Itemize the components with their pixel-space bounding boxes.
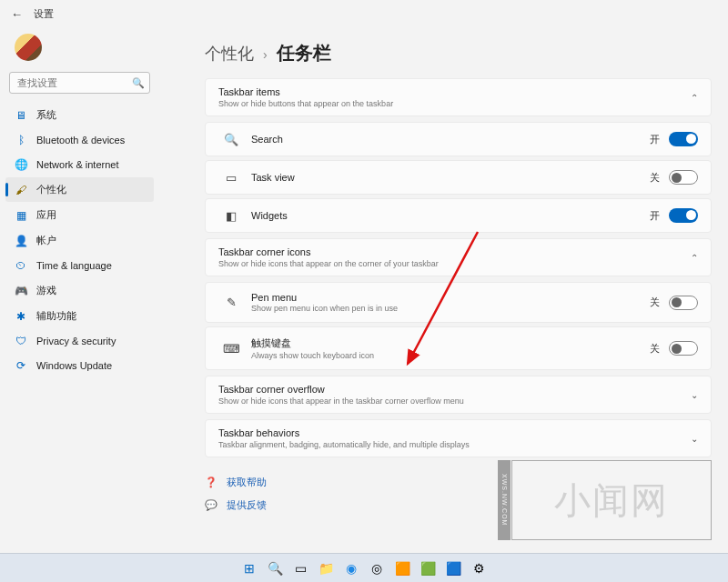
nav-label: 系统 (36, 108, 56, 122)
row-icon: 🔍 (218, 133, 244, 146)
toggle-state-label: 关 (647, 342, 660, 356)
section-taskbar-items-header[interactable]: Taskbar items Show or hide buttons that … (205, 78, 712, 116)
sidebar-item-6[interactable]: ⏲Time & language (5, 254, 154, 277)
section-subtitle: Show or hide icons that appear in the ta… (218, 396, 464, 406)
setting-row: ▭ Task view 关 (205, 160, 712, 195)
nav-icon: ✱ (15, 310, 27, 323)
breadcrumb-parent[interactable]: 个性化 (205, 43, 254, 65)
toggle-switch[interactable] (669, 208, 698, 223)
row-icon: ✎ (218, 296, 244, 309)
row-label: 触摸键盘 (251, 336, 647, 350)
nav-label: 帐户 (36, 234, 56, 247)
toggle-switch[interactable] (669, 132, 698, 146)
nav-label: 个性化 (36, 183, 66, 196)
start-button[interactable]: ⊞ (239, 558, 259, 578)
sidebar: 🔍 🖥系统ᛒBluetooth & devices🌐Network & inte… (0, 28, 159, 553)
sidebar-item-8[interactable]: ✱辅助功能 (5, 304, 154, 328)
setting-row: ◧ Widgets 开 (205, 198, 712, 233)
explorer-icon[interactable]: 📁 (316, 558, 336, 578)
nav-label: 辅助功能 (36, 309, 76, 323)
sidebar-item-2[interactable]: 🌐Network & internet (5, 153, 154, 176)
section-subtitle: Show or hide icons that appear on the co… (218, 259, 439, 268)
section-corner-icons-header[interactable]: Taskbar corner icons Show or hide icons … (205, 238, 712, 276)
nav-icon: 🖌 (15, 184, 27, 196)
row-label: Search (251, 134, 647, 145)
sidebar-item-4[interactable]: ▦应用 (5, 203, 154, 227)
watermark: 小闻网 (511, 460, 712, 540)
watermark-side: XWS.NW.COM (498, 460, 511, 540)
section-overflow-header[interactable]: Taskbar corner overflow Show or hide ico… (205, 376, 712, 414)
row-sublabel: Show pen menu icon when pen is in use (251, 304, 647, 313)
nav-icon: 👤 (15, 235, 27, 247)
page-title: 任务栏 (277, 41, 331, 65)
section-subtitle: Taskbar alignment, badging, automaticall… (218, 440, 470, 449)
setting-row: ✎ Pen menu Show pen menu icon when pen i… (205, 282, 712, 323)
toggle-switch[interactable] (669, 341, 698, 356)
taskview-icon[interactable]: ▭ (290, 558, 310, 578)
nav-icon: ᛒ (15, 134, 27, 146)
taskbar: ⊞ 🔍 ▭ 📁 ◉ ◎ 🟧 🟩 🟦 ⚙ (0, 553, 728, 582)
nav-icon: 🖥 (15, 109, 27, 122)
section-title: Taskbar items (218, 86, 393, 97)
section-subtitle: Show or hide buttons that appear on the … (218, 99, 393, 108)
nav-icon: 🛡 (15, 335, 27, 347)
row-label: Widgets (251, 210, 647, 221)
toggle-switch[interactable] (669, 170, 698, 185)
chevron-right-icon: › (263, 47, 268, 62)
app-icon-3[interactable]: 🟦 (443, 558, 463, 578)
section-title: Taskbar corner overflow (218, 384, 464, 395)
edge-icon[interactable]: ◉ (341, 558, 361, 578)
chevron-down-icon: ⌄ (691, 434, 698, 444)
sidebar-item-9[interactable]: 🛡Privacy & security (5, 329, 154, 353)
chevron-up-icon: ⌃ (691, 93, 698, 103)
section-title: Taskbar corner icons (218, 246, 439, 257)
row-icon: ◧ (218, 209, 244, 223)
sidebar-item-7[interactable]: 🎮游戏 (5, 278, 154, 303)
nav-icon: ▦ (15, 209, 27, 222)
feedback-icon: 💬 (205, 499, 217, 511)
search-input[interactable] (9, 72, 150, 94)
nav-label: Time & language (36, 260, 112, 271)
sidebar-item-0[interactable]: 🖥系统 (5, 103, 154, 127)
nav-icon: ⟳ (15, 359, 27, 372)
row-label: Task view (251, 172, 647, 183)
sidebar-item-10[interactable]: ⟳Windows Update (5, 354, 154, 377)
app-icon-1[interactable]: 🟧 (392, 558, 412, 578)
sidebar-item-1[interactable]: ᛒBluetooth & devices (5, 128, 154, 152)
toggle-state-label: 关 (647, 171, 660, 185)
sidebar-nav: 🖥系统ᛒBluetooth & devices🌐Network & intern… (5, 103, 154, 377)
nav-label: Bluetooth & devices (36, 135, 125, 146)
sidebar-item-5[interactable]: 👤帐户 (5, 228, 154, 253)
search-icon: 🔍 (132, 77, 145, 89)
toggle-state-label: 开 (647, 133, 660, 146)
nav-icon: 🌐 (15, 158, 27, 171)
chrome-icon[interactable]: ◎ (367, 558, 387, 578)
user-avatar[interactable] (15, 34, 42, 61)
toggle-switch[interactable] (669, 296, 698, 310)
setting-row: ⌨ 触摸键盘 Always show touch keyboard icon 关 (205, 326, 712, 370)
breadcrumb: 个性化 › 任务栏 (205, 41, 712, 65)
section-behaviors-header[interactable]: Taskbar behaviors Taskbar alignment, bad… (205, 419, 712, 457)
get-help-label: 获取帮助 (227, 476, 267, 489)
window-title: 设置 (34, 7, 54, 21)
app-icon-2[interactable]: 🟩 (418, 558, 438, 578)
nav-icon: ⏲ (15, 259, 27, 272)
setting-row: 🔍 Search 开 (205, 122, 712, 156)
feedback-label: 提供反馈 (227, 498, 267, 512)
sidebar-item-3[interactable]: 🖌个性化 (5, 177, 154, 202)
toggle-state-label: 开 (647, 209, 660, 223)
row-label: Pen menu (251, 292, 647, 303)
chevron-down-icon: ⌄ (691, 390, 698, 400)
nav-label: Network & internet (36, 159, 118, 170)
row-sublabel: Always show touch keyboard icon (251, 351, 647, 360)
toggle-state-label: 关 (647, 296, 660, 309)
settings-icon[interactable]: ⚙ (469, 558, 489, 578)
back-button[interactable]: ← (11, 7, 23, 21)
nav-label: Privacy & security (36, 336, 116, 346)
help-icon: ❓ (205, 477, 217, 488)
taskbar-search-icon[interactable]: 🔍 (265, 558, 285, 578)
section-title: Taskbar behaviors (218, 427, 470, 438)
chevron-up-icon: ⌃ (691, 253, 698, 263)
nav-icon: 🎮 (15, 285, 27, 297)
nav-label: 游戏 (36, 284, 56, 297)
